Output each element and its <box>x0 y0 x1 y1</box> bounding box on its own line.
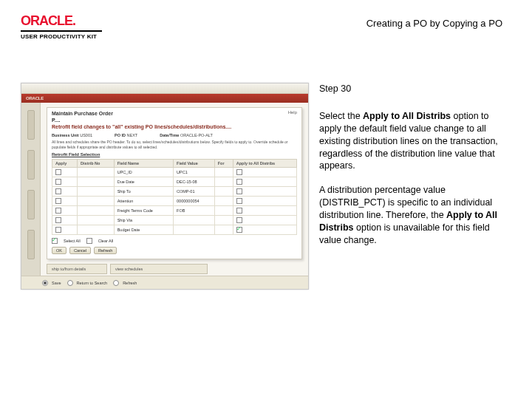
cell-field: Attention <box>114 197 173 206</box>
col-value: Field Value <box>174 160 215 168</box>
oracle-logo: ORACLE. <box>21 13 102 29</box>
apply-all-checkbox[interactable] <box>236 179 242 185</box>
clear-all-label: Clear All <box>98 239 113 243</box>
apply-all-checkbox[interactable] <box>236 217 242 223</box>
instruction-p2: A distribution percentage value (DISTRIB… <box>319 184 505 246</box>
table-row: Attention0000000054 <box>52 197 297 206</box>
col-distrib: Distrib No <box>78 160 115 168</box>
table-row: Due DateDEC-15-08 <box>52 177 297 187</box>
cell-value: DEC-15-08 <box>174 177 215 187</box>
window-titlebar <box>21 83 308 94</box>
apply-checkbox[interactable] <box>55 227 61 233</box>
panel-breadcrumb: P.... <box>52 117 297 123</box>
table-row: Ship ToCOMP-01 <box>52 187 297 197</box>
table-row: Ship Via <box>52 216 297 225</box>
clear-all-checkbox[interactable] <box>86 238 92 244</box>
cell-value: 0000000054 <box>174 197 215 206</box>
apply-checkbox[interactable] <box>55 198 61 204</box>
step-label: Step 30 <box>319 83 505 95</box>
table-row: UPC_IDUPC1 <box>52 168 297 177</box>
cell-value: FOB <box>174 206 215 216</box>
apply-all-checkbox[interactable] <box>236 198 242 204</box>
help-link[interactable]: Help <box>288 110 297 115</box>
select-all-label: Select All <box>64 239 81 243</box>
panel-title: Maintain Purchase Order <box>52 111 297 116</box>
rail-tab[interactable] <box>27 190 35 219</box>
apply-all-checkbox[interactable] <box>236 188 242 194</box>
cell-field: UPC_ID <box>114 168 173 177</box>
col-field: Field Name <box>114 160 173 168</box>
cell-value: COMP-01 <box>174 187 215 197</box>
logo-underline <box>21 30 102 32</box>
ok-button[interactable]: OK <box>52 247 66 254</box>
brand-block: ORACLE. USER PRODUCTIVITY KIT <box>21 13 102 40</box>
modal-panel: Help Maintain Purchase Order P.... Retro… <box>47 107 302 259</box>
refresh-radio[interactable] <box>113 280 119 286</box>
meta-row: Business Unit US001 PO ID NEXT Date/Time… <box>52 133 297 137</box>
cell-field: Ship To <box>114 187 173 197</box>
cell-field: Ship Via <box>114 216 173 225</box>
logo-subtitle: USER PRODUCTIVITY KIT <box>21 33 102 40</box>
panel-note: All lines and schedules share the PO hea… <box>52 140 297 149</box>
section-title: Retrofit Field Selection <box>52 152 297 157</box>
instruction-column: Step 30 Select the Apply to All Distribs… <box>319 83 505 259</box>
table-row: Freight Terms CodeFOB <box>52 206 297 216</box>
cell-field: Budget Date <box>114 225 173 235</box>
apply-all-checkbox[interactable] <box>236 227 242 233</box>
rail-tab[interactable] <box>27 110 35 140</box>
lower-box[interactable]: view schedules <box>110 264 208 274</box>
left-rail <box>21 103 41 276</box>
apply-checkbox[interactable] <box>55 208 61 214</box>
cell-value <box>174 216 215 225</box>
cell-value <box>174 225 215 235</box>
col-for: For <box>214 160 233 168</box>
apply-checkbox[interactable] <box>55 179 61 185</box>
instruction-p1: Select the Apply to All Distribs option … <box>319 110 505 172</box>
table-row: Budget Date <box>52 225 297 235</box>
cancel-button[interactable]: Cancel <box>69 247 91 254</box>
page-title: Creating a PO by Copying a PO <box>366 18 502 29</box>
rail-tab[interactable] <box>27 150 35 180</box>
retrofit-grid: Apply Distrib No Field Name Field Value … <box>52 159 297 235</box>
cell-field: Freight Terms Code <box>114 206 173 216</box>
col-all: Apply to All Distribs <box>233 160 296 168</box>
save-radio[interactable] <box>42 280 48 286</box>
app-screenshot: ORACLE Help Maintain Purchase Order P...… <box>21 83 309 290</box>
apply-all-checkbox[interactable] <box>236 208 242 214</box>
apply-checkbox[interactable] <box>55 169 61 175</box>
apply-all-checkbox[interactable] <box>236 169 242 175</box>
app-footer: Save Return to Search Refresh <box>21 276 308 289</box>
select-all-checkbox[interactable] <box>52 238 58 244</box>
apply-checkbox[interactable] <box>55 217 61 223</box>
return-radio[interactable] <box>67 280 73 286</box>
lower-box[interactable]: ship to/from details <box>47 264 107 274</box>
rail-tab[interactable] <box>27 230 35 259</box>
refresh-button[interactable]: Refresh <box>94 247 117 254</box>
cell-field: Due Date <box>114 177 173 187</box>
apply-checkbox[interactable] <box>55 188 61 194</box>
lower-area: ship to/from details view schedules view… <box>47 264 302 276</box>
app-brandbar: ORACLE <box>21 94 308 103</box>
col-apply: Apply <box>52 160 78 168</box>
panel-subtitle: Retrofit field changes to "all" existing… <box>52 124 297 129</box>
cell-value: UPC1 <box>174 168 215 177</box>
